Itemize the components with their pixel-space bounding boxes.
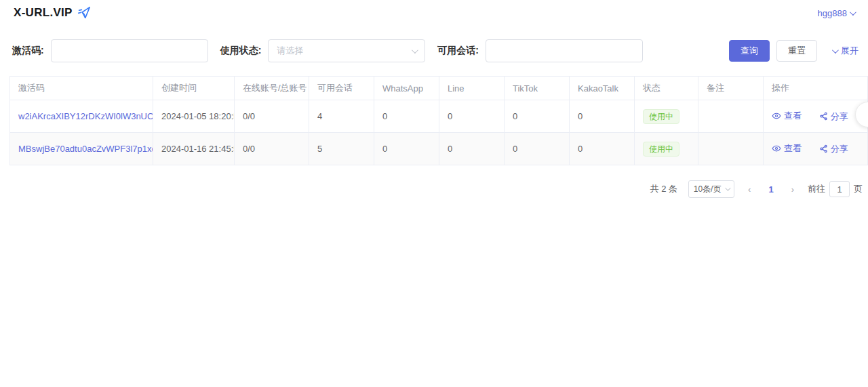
view-button[interactable]: 查看: [772, 142, 802, 155]
tiktok-cell: 0: [505, 100, 570, 133]
page-size-value: 10条/页: [694, 184, 722, 195]
chevron-down-icon: [412, 47, 418, 54]
whatsapp-cell: 0: [374, 100, 439, 133]
col-line: Line: [439, 77, 505, 100]
status-badge: 使用中: [643, 142, 679, 157]
share-icon: [819, 144, 828, 153]
filter-usage-status: 使用状态: 请选择: [220, 39, 426, 62]
expand-toggle[interactable]: 展开: [832, 45, 859, 57]
usage-status-label: 使用状态:: [220, 45, 262, 57]
page-unit-label: 页: [854, 183, 863, 195]
tiktok-cell: 0: [505, 133, 570, 165]
col-online-total: 在线账号/总账号: [235, 77, 309, 100]
status-cell: 使用中: [635, 133, 698, 165]
col-available-sessions: 可用会话: [309, 77, 374, 100]
chevron-down-icon: [850, 9, 856, 16]
goto-label: 前往: [808, 183, 825, 195]
table-row: w2iAKrcaXIBY12rDKzWI0lW3nUCpB8OG 2024-01…: [10, 100, 868, 133]
user-menu[interactable]: hgg888: [818, 8, 854, 18]
online-total-cell: 0/0: [235, 133, 309, 165]
remark-cell: [698, 133, 764, 165]
actions-cell: 查看 分享: [764, 100, 868, 133]
line-cell: 0: [439, 133, 505, 165]
expand-label: 展开: [841, 45, 859, 57]
col-actions: 操作: [764, 77, 868, 100]
kakaotalk-cell: 0: [570, 100, 635, 133]
paper-plane-icon: [77, 5, 92, 22]
next-page-button[interactable]: ›: [787, 184, 798, 195]
reset-button[interactable]: 重置: [776, 40, 817, 62]
page-size-select[interactable]: 10条/页: [688, 180, 734, 198]
prev-page-button[interactable]: ‹: [744, 184, 755, 195]
goto-page: 前往 页: [808, 181, 863, 197]
activation-code-label: 激活码:: [12, 45, 44, 57]
top-bar: X-URL.VIP hgg888: [0, 0, 868, 24]
chevron-down-icon: [726, 185, 731, 190]
status-badge: 使用中: [643, 109, 679, 124]
online-total-cell: 0/0: [235, 100, 309, 133]
chevron-down-icon: [832, 47, 839, 54]
col-whatsapp: WhatsApp: [374, 77, 439, 100]
remark-cell: [698, 100, 764, 133]
usage-status-placeholder: 请选择: [277, 45, 303, 57]
status-cell: 使用中: [635, 100, 698, 133]
activation-codes-table: 激活码 创建时间 在线账号/总账号 可用会话 WhatsApp Line Tik…: [9, 76, 868, 165]
col-activation-code: 激活码: [10, 77, 153, 100]
col-tiktok: TikTok: [505, 77, 570, 100]
pagination: 共 2 条 10条/页 ‹ 1 › 前往 页: [0, 165, 868, 198]
available-sessions-input[interactable]: [486, 39, 643, 62]
query-button[interactable]: 查询: [729, 40, 770, 62]
filter-bar: 激活码: 使用状态: 请选择 可用会话: 查询 重置 展开: [0, 24, 868, 62]
app-logo-text: X-URL.VIP: [14, 6, 73, 20]
col-created-time: 创建时间: [153, 77, 235, 100]
app-logo: X-URL.VIP: [14, 5, 92, 22]
filter-available-sessions: 可用会话:: [437, 39, 643, 62]
actions-cell: 查看 分享: [764, 133, 868, 165]
table-header-row: 激活码 创建时间 在线账号/总账号 可用会话 WhatsApp Line Tik…: [10, 77, 868, 100]
goto-page-input[interactable]: [829, 181, 850, 197]
filter-activation-code: 激活码:: [12, 39, 208, 62]
view-button[interactable]: 查看: [772, 110, 802, 122]
kakaotalk-cell: 0: [570, 133, 635, 165]
pagination-total: 共 2 条: [650, 183, 677, 195]
share-icon: [819, 112, 828, 121]
usage-status-select[interactable]: 请选择: [268, 39, 425, 62]
col-remark: 备注: [698, 77, 764, 100]
created-time-cell: 2024-01-16 21:45:59: [153, 133, 235, 165]
eye-icon: [772, 111, 781, 121]
eye-icon: [772, 144, 781, 153]
line-cell: 0: [439, 100, 505, 133]
created-time-cell: 2024-01-05 18:20:57: [153, 100, 235, 133]
whatsapp-cell: 0: [374, 133, 439, 165]
page-number-1[interactable]: 1: [764, 184, 777, 195]
activation-code-link[interactable]: w2iAKrcaXIBY12rDKzWI0lW3nUCpB8OG: [10, 100, 153, 133]
username: hgg888: [818, 8, 847, 18]
available-sessions-label: 可用会话:: [437, 45, 479, 57]
sessions-cell: 4: [309, 100, 374, 133]
share-button[interactable]: 分享: [819, 110, 848, 123]
sessions-cell: 5: [309, 133, 374, 165]
activation-code-input[interactable]: [51, 39, 208, 62]
col-status: 状态: [635, 77, 698, 100]
share-button[interactable]: 分享: [819, 143, 848, 155]
table-row: MBswjBe70adtu0acZvWPF3l7p1xqXgoG 2024-01…: [10, 133, 868, 165]
col-kakaotalk: KakaoTalk: [570, 77, 635, 100]
activation-code-link[interactable]: MBswjBe70adtu0acZvWPF3l7p1xqXgoG: [10, 133, 153, 165]
